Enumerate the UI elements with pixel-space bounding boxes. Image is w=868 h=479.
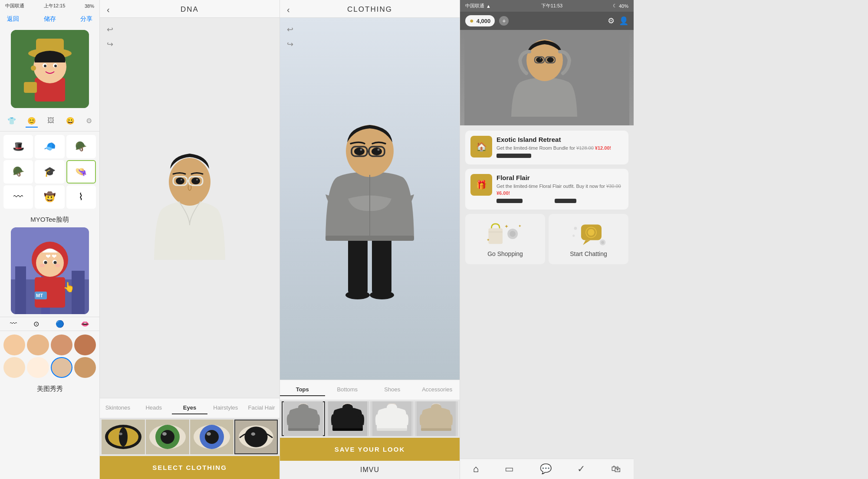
- svg-rect-76: [288, 428, 319, 431]
- nav-home[interactable]: ⌂: [473, 463, 479, 475]
- tab-eyes[interactable]: Eyes: [172, 402, 208, 414]
- go-shopping-label: Go Shopping: [487, 250, 523, 257]
- tab-heads[interactable]: Heads: [136, 402, 172, 414]
- tab-meitu-1[interactable]: 〰: [10, 320, 17, 328]
- dna-undo-redo: ↩ ↪: [107, 25, 113, 49]
- start-chatting-card[interactable]: Start Chatting: [549, 214, 628, 264]
- tab-shoes[interactable]: Shoes: [370, 384, 415, 396]
- promo-card-1[interactable]: 🏠 Exotic Island Retreat Get the limited-…: [465, 131, 628, 164]
- hat-item-7[interactable]: 〰: [3, 185, 33, 209]
- imvu-status-left: 中国联通 ▲: [465, 3, 491, 9]
- promo-text-2: Floral Flair Get the limited-time Floral…: [496, 174, 623, 204]
- nav-chat[interactable]: 💬: [540, 463, 552, 475]
- hat-item-9[interactable]: ⌇: [66, 185, 96, 209]
- select-clothing-button[interactable]: SELECT CLOTHING: [100, 456, 279, 479]
- tab-icon-settings[interactable]: ⚙: [84, 115, 94, 128]
- svg-point-102: [510, 231, 516, 237]
- tab-facial-hair[interactable]: Facial Hair: [243, 402, 279, 414]
- tab-bottoms[interactable]: Bottoms: [325, 384, 370, 396]
- svg-point-36: [191, 177, 200, 184]
- skin-item-1[interactable]: [3, 335, 25, 355]
- svg-rect-10: [24, 82, 37, 93]
- nav-shop[interactable]: 🛍: [611, 463, 621, 475]
- skin-item-4[interactable]: [74, 335, 96, 355]
- avatar-icon[interactable]: 👤: [619, 16, 628, 26]
- skin-item-3[interactable]: [51, 335, 72, 355]
- start-chatting-icons: [554, 221, 623, 247]
- tab-meitu-3[interactable]: 🔵: [56, 320, 64, 328]
- svg-point-68: [378, 149, 380, 151]
- svg-point-87: [431, 404, 441, 411]
- svg-point-53: [207, 432, 211, 436]
- skin-item-8[interactable]: [74, 357, 96, 378]
- tab-icon-face[interactable]: 😊: [26, 115, 38, 128]
- go-shopping-icons: ✦ ✦ ✦: [470, 221, 540, 247]
- svg-point-71: [345, 291, 370, 299]
- gallery-icon: ▭: [505, 463, 514, 475]
- svg-rect-88: [421, 428, 451, 431]
- back-button-myotee[interactable]: 返回: [7, 15, 19, 23]
- hat-item-6[interactable]: 👒: [66, 160, 96, 184]
- svg-point-8: [54, 65, 57, 67]
- clothing-option-1[interactable]: [282, 401, 325, 436]
- eye-option-3[interactable]: [190, 420, 233, 454]
- share-button-myotee[interactable]: 分享: [80, 15, 92, 23]
- nav-check[interactable]: ✓: [577, 463, 585, 475]
- clothing-back-arrow[interactable]: ‹: [287, 5, 290, 15]
- svg-rect-99: [488, 228, 503, 244]
- dna-back-arrow[interactable]: ‹: [107, 5, 110, 15]
- hat-item-5[interactable]: 🎓: [35, 160, 64, 184]
- tab-icon-emoji[interactable]: 😀: [64, 115, 76, 128]
- eye-4-svg: [235, 420, 277, 453]
- skin-item-5[interactable]: [3, 357, 25, 378]
- tab-icon-shirt[interactable]: 👕: [6, 115, 18, 128]
- gear-icon[interactable]: ⚙: [608, 16, 615, 26]
- avatar-meitu: ❤ ❤ MT 👆: [11, 227, 89, 314]
- svg-point-31: [169, 158, 210, 206]
- svg-point-75: [298, 404, 309, 411]
- dna-redo-button[interactable]: ↪: [107, 39, 113, 49]
- nav-gallery[interactable]: ▭: [505, 463, 514, 475]
- add-coin-button[interactable]: +: [499, 16, 509, 26]
- clothing-options-grid: [280, 400, 460, 438]
- tab-tops[interactable]: Tops: [280, 384, 325, 396]
- clothing-option-3[interactable]: [370, 401, 414, 436]
- go-shopping-card[interactable]: ✦ ✦ ✦ Go Shopping: [465, 214, 545, 264]
- eye-option-2[interactable]: [146, 420, 189, 454]
- eye-option-1[interactable]: [102, 420, 145, 454]
- skin-item-2[interactable]: [27, 335, 49, 355]
- eye-2-svg: [146, 420, 189, 454]
- hat-item-2[interactable]: 🧢: [35, 135, 64, 158]
- clothing-undo-button[interactable]: ↩: [287, 25, 293, 34]
- tab-meitu-2[interactable]: ⊙: [33, 320, 39, 328]
- tab-icon-photo[interactable]: 🖼: [46, 115, 56, 128]
- svg-rect-14: [72, 271, 85, 314]
- hat-item-3[interactable]: 🪖: [66, 135, 96, 158]
- svg-point-52: [205, 430, 219, 444]
- promo-icon-2: 🎁: [470, 174, 492, 196]
- clothing-option-4[interactable]: [414, 401, 458, 436]
- save-button-myotee[interactable]: 储存: [44, 15, 56, 23]
- clothing-redo-button[interactable]: ↪: [287, 39, 293, 49]
- imvu-status-right: ☾ 40%: [613, 3, 628, 9]
- tab-skintones[interactable]: Skintones: [100, 402, 136, 414]
- hat-item-4[interactable]: 🪖: [3, 160, 33, 184]
- battery-icon: 40%: [619, 3, 628, 9]
- dna-undo-button[interactable]: ↩: [107, 25, 113, 34]
- avatar-myotee: [11, 30, 89, 108]
- hat-item-1[interactable]: 🎩: [3, 135, 33, 158]
- tab-hairstyles[interactable]: Hairstyles: [207, 402, 243, 414]
- bottom-actions: ✦ ✦ ✦ Go Shopping: [465, 214, 628, 264]
- clothing-avatar-area: ↩ ↪: [280, 18, 460, 380]
- clothing-option-2[interactable]: [326, 401, 369, 436]
- tab-meitu-4[interactable]: 👄: [81, 320, 89, 328]
- skin-item-7[interactable]: [51, 357, 72, 378]
- hat-item-8[interactable]: 🤠: [35, 185, 64, 209]
- save-your-look-button[interactable]: SAVE YOUR LOOK: [280, 438, 460, 461]
- hoodie-tan-svg: [417, 401, 456, 436]
- eye-option-4[interactable]: [234, 420, 278, 454]
- imvu-main-content: 🏠 Exotic Island Retreat Get the limited-…: [460, 125, 634, 459]
- tab-accessories[interactable]: Accessories: [415, 384, 460, 396]
- promo-card-2[interactable]: 🎁 Floral Flair Get the limited-time Flor…: [465, 169, 628, 210]
- skin-item-6[interactable]: [27, 357, 49, 378]
